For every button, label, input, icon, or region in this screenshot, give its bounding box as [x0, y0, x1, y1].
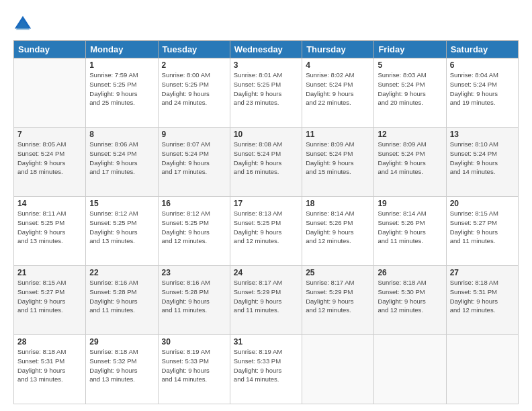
logo	[13, 15, 34, 34]
day-cell: 17Sunrise: 8:13 AM Sunset: 5:25 PM Dayli…	[230, 197, 302, 266]
day-number: 2	[162, 60, 226, 70]
day-cell	[446, 335, 518, 404]
day-number: 22	[89, 268, 154, 277]
day-cell: 8Sunrise: 8:06 AM Sunset: 5:24 PM Daylig…	[86, 128, 158, 197]
week-row-1: 1Sunrise: 7:59 AM Sunset: 5:25 PM Daylig…	[14, 58, 519, 128]
day-cell: 12Sunrise: 8:09 AM Sunset: 5:24 PM Dayli…	[374, 128, 446, 197]
day-info: Sunrise: 8:18 AM Sunset: 5:30 PM Dayligh…	[378, 278, 442, 315]
day-cell: 28Sunrise: 8:18 AM Sunset: 5:31 PM Dayli…	[14, 335, 86, 404]
day-number: 23	[162, 268, 226, 277]
day-cell: 3Sunrise: 8:01 AM Sunset: 5:25 PM Daylig…	[230, 58, 302, 128]
calendar-header-row: SundayMondayTuesdayWednesdayThursdayFrid…	[14, 41, 519, 58]
day-header-sunday: Sunday	[14, 41, 86, 58]
day-info: Sunrise: 8:01 AM Sunset: 5:25 PM Dayligh…	[234, 71, 298, 107]
calendar-table: SundayMondayTuesdayWednesdayThursdayFrid…	[13, 40, 519, 404]
day-info: Sunrise: 8:06 AM Sunset: 5:24 PM Dayligh…	[89, 140, 154, 177]
day-cell: 20Sunrise: 8:15 AM Sunset: 5:27 PM Dayli…	[446, 197, 518, 266]
day-info: Sunrise: 8:17 AM Sunset: 5:29 PM Dayligh…	[234, 278, 298, 315]
day-number: 20	[450, 199, 515, 208]
day-info: Sunrise: 8:18 AM Sunset: 5:31 PM Dayligh…	[17, 347, 82, 384]
day-info: Sunrise: 8:12 AM Sunset: 5:25 PM Dayligh…	[89, 209, 154, 246]
day-number: 8	[89, 130, 154, 139]
day-info: Sunrise: 8:19 AM Sunset: 5:33 PM Dayligh…	[162, 347, 226, 384]
page: SundayMondayTuesdayWednesdayThursdayFrid…	[0, 0, 532, 411]
day-number: 21	[17, 268, 82, 277]
day-number: 6	[450, 60, 515, 70]
header	[13, 12, 519, 34]
day-info: Sunrise: 8:08 AM Sunset: 5:24 PM Dayligh…	[234, 140, 298, 177]
day-cell: 9Sunrise: 8:07 AM Sunset: 5:24 PM Daylig…	[158, 128, 230, 197]
day-number: 14	[17, 199, 82, 208]
day-info: Sunrise: 8:11 AM Sunset: 5:25 PM Dayligh…	[17, 209, 82, 246]
day-number: 11	[306, 130, 370, 139]
day-header-monday: Monday	[86, 41, 158, 58]
day-cell: 6Sunrise: 8:04 AM Sunset: 5:24 PM Daylig…	[446, 58, 518, 128]
day-number: 3	[234, 60, 298, 70]
day-header-saturday: Saturday	[446, 41, 518, 58]
day-info: Sunrise: 8:14 AM Sunset: 5:26 PM Dayligh…	[306, 209, 370, 246]
day-number: 25	[306, 268, 370, 277]
day-cell: 2Sunrise: 8:00 AM Sunset: 5:25 PM Daylig…	[158, 58, 230, 128]
day-header-wednesday: Wednesday	[230, 41, 302, 58]
day-cell: 19Sunrise: 8:14 AM Sunset: 5:26 PM Dayli…	[374, 197, 446, 266]
day-cell: 11Sunrise: 8:09 AM Sunset: 5:24 PM Dayli…	[302, 128, 374, 197]
day-number: 13	[450, 130, 515, 139]
day-cell: 22Sunrise: 8:16 AM Sunset: 5:28 PM Dayli…	[86, 266, 158, 335]
day-info: Sunrise: 8:18 AM Sunset: 5:31 PM Dayligh…	[450, 278, 515, 315]
day-number: 28	[17, 337, 82, 347]
day-info: Sunrise: 8:10 AM Sunset: 5:24 PM Dayligh…	[450, 140, 515, 177]
day-number: 1	[89, 60, 154, 70]
day-cell: 23Sunrise: 8:16 AM Sunset: 5:28 PM Dayli…	[158, 266, 230, 335]
day-number: 16	[162, 199, 226, 208]
day-info: Sunrise: 8:15 AM Sunset: 5:27 PM Dayligh…	[17, 278, 82, 315]
week-row-2: 7Sunrise: 8:05 AM Sunset: 5:24 PM Daylig…	[14, 128, 519, 197]
day-cell: 15Sunrise: 8:12 AM Sunset: 5:25 PM Dayli…	[86, 197, 158, 266]
day-number: 10	[234, 130, 298, 139]
day-cell: 26Sunrise: 8:18 AM Sunset: 5:30 PM Dayli…	[374, 266, 446, 335]
day-cell	[374, 335, 446, 404]
day-number: 5	[378, 60, 442, 70]
day-number: 26	[378, 268, 442, 277]
day-info: Sunrise: 8:16 AM Sunset: 5:28 PM Dayligh…	[89, 278, 154, 315]
week-row-5: 28Sunrise: 8:18 AM Sunset: 5:31 PM Dayli…	[14, 335, 519, 404]
day-info: Sunrise: 8:05 AM Sunset: 5:24 PM Dayligh…	[17, 140, 82, 177]
day-info: Sunrise: 8:04 AM Sunset: 5:24 PM Dayligh…	[450, 71, 515, 107]
day-cell: 14Sunrise: 8:11 AM Sunset: 5:25 PM Dayli…	[14, 197, 86, 266]
day-info: Sunrise: 8:15 AM Sunset: 5:27 PM Dayligh…	[450, 209, 515, 246]
day-cell: 27Sunrise: 8:18 AM Sunset: 5:31 PM Dayli…	[446, 266, 518, 335]
day-cell: 1Sunrise: 7:59 AM Sunset: 5:25 PM Daylig…	[86, 58, 158, 128]
day-number: 30	[162, 337, 226, 347]
day-cell: 29Sunrise: 8:18 AM Sunset: 5:32 PM Dayli…	[86, 335, 158, 404]
day-info: Sunrise: 8:19 AM Sunset: 5:33 PM Dayligh…	[234, 347, 298, 384]
day-info: Sunrise: 8:09 AM Sunset: 5:24 PM Dayligh…	[306, 140, 370, 177]
day-info: Sunrise: 8:16 AM Sunset: 5:28 PM Dayligh…	[162, 278, 226, 315]
day-info: Sunrise: 8:14 AM Sunset: 5:26 PM Dayligh…	[378, 209, 442, 246]
day-cell: 21Sunrise: 8:15 AM Sunset: 5:27 PM Dayli…	[14, 266, 86, 335]
day-number: 29	[89, 337, 154, 347]
day-cell: 5Sunrise: 8:03 AM Sunset: 5:24 PM Daylig…	[374, 58, 446, 128]
day-number: 19	[378, 199, 442, 208]
day-cell: 13Sunrise: 8:10 AM Sunset: 5:24 PM Dayli…	[446, 128, 518, 197]
day-cell: 4Sunrise: 8:02 AM Sunset: 5:24 PM Daylig…	[302, 58, 374, 128]
day-number: 24	[234, 268, 298, 277]
week-row-4: 21Sunrise: 8:15 AM Sunset: 5:27 PM Dayli…	[14, 266, 519, 335]
day-cell: 24Sunrise: 8:17 AM Sunset: 5:29 PM Dayli…	[230, 266, 302, 335]
day-number: 31	[234, 337, 298, 347]
day-number: 18	[306, 199, 370, 208]
day-info: Sunrise: 8:12 AM Sunset: 5:25 PM Dayligh…	[162, 209, 226, 246]
day-number: 4	[306, 60, 370, 70]
day-info: Sunrise: 8:00 AM Sunset: 5:25 PM Dayligh…	[162, 71, 226, 107]
logo-icon	[13, 15, 32, 34]
day-cell: 30Sunrise: 8:19 AM Sunset: 5:33 PM Dayli…	[158, 335, 230, 404]
day-info: Sunrise: 8:09 AM Sunset: 5:24 PM Dayligh…	[378, 140, 442, 177]
day-number: 7	[17, 130, 82, 139]
day-cell: 31Sunrise: 8:19 AM Sunset: 5:33 PM Dayli…	[230, 335, 302, 404]
day-number: 12	[378, 130, 442, 139]
day-header-friday: Friday	[374, 41, 446, 58]
day-number: 27	[450, 268, 515, 277]
day-header-tuesday: Tuesday	[158, 41, 230, 58]
day-cell: 16Sunrise: 8:12 AM Sunset: 5:25 PM Dayli…	[158, 197, 230, 266]
day-cell: 25Sunrise: 8:17 AM Sunset: 5:29 PM Dayli…	[302, 266, 374, 335]
day-info: Sunrise: 8:18 AM Sunset: 5:32 PM Dayligh…	[89, 347, 154, 384]
day-header-thursday: Thursday	[302, 41, 374, 58]
